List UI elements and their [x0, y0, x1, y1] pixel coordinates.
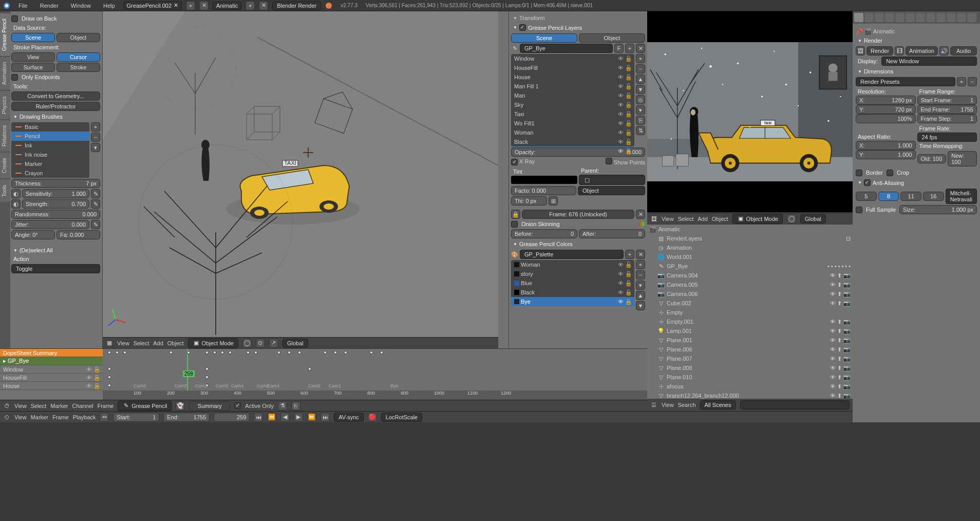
- prop-tab-layers[interactable]: [864, 13, 874, 22]
- render-image-icon[interactable]: 🖼: [856, 46, 865, 55]
- tab-tools[interactable]: Tools: [0, 179, 10, 201]
- brush-crayon[interactable]: Crayon: [11, 169, 89, 178]
- lock-icon[interactable]: 🔓: [625, 55, 631, 62]
- outliner-camera004[interactable]: 📷Camera.004👁⬆📷: [647, 271, 853, 280]
- outliner-renderlayers[interactable]: ▥RenderLayers⊡: [647, 234, 853, 243]
- img-menu-view[interactable]: View: [662, 216, 674, 222]
- layer-black[interactable]: Black👁🔓: [511, 137, 634, 146]
- aa-8[interactable]: 8: [878, 192, 899, 201]
- color-story[interactable]: story👁🔓: [511, 269, 634, 278]
- timeline-editor-icon[interactable]: ⏲: [3, 414, 10, 421]
- img-menu-select[interactable]: Select: [678, 216, 694, 222]
- action-toggle-dropdown[interactable]: Toggle: [11, 264, 100, 273]
- render-icon[interactable]: 📷: [843, 272, 851, 279]
- pin-icon[interactable]: 📌: [856, 28, 863, 35]
- onion-checkbox[interactable]: [511, 221, 518, 228]
- tab-grease-pencil[interactable]: Grease Pencil: [0, 13, 10, 56]
- dope-gp-row[interactable]: ▸ GP_Bye: [0, 357, 103, 365]
- onion-before-field[interactable]: Before:0: [511, 229, 577, 238]
- outliner-filter[interactable]: All Scenes: [700, 400, 736, 410]
- dope-ch-house[interactable]: House👁🔓: [0, 382, 103, 390]
- img-mode-selector[interactable]: ▣Object Mode: [732, 214, 783, 224]
- render-audio-icon[interactable]: 🔊: [939, 46, 949, 55]
- layer-up-button[interactable]: ▲: [636, 75, 645, 84]
- prop-tab-physics[interactable]: [967, 13, 976, 22]
- menu-help[interactable]: Help: [99, 2, 119, 10]
- outliner-empty001[interactable]: ⊹Empty.001👁⬆📷: [647, 317, 853, 326]
- vp-menu-add[interactable]: Add: [153, 340, 163, 346]
- tab-animation[interactable]: Animation: [0, 57, 10, 90]
- placement-view[interactable]: View: [11, 52, 55, 62]
- layout-selector[interactable]: Animatic: [213, 2, 241, 10]
- layer-house[interactable]: House👁🔓: [511, 72, 634, 82]
- outliner-view-menu[interactable]: View: [662, 402, 674, 408]
- tl-frame-menu[interactable]: Frame: [52, 414, 69, 420]
- layer-woman[interactable]: Woman👁🔓: [511, 128, 634, 137]
- dope-ch-window[interactable]: Window👁🔓: [0, 365, 103, 374]
- tl-end-field[interactable]: End:1755: [163, 413, 210, 422]
- gp-source-object[interactable]: Object: [579, 33, 645, 43]
- outliner-search-menu[interactable]: Search: [678, 402, 696, 408]
- marker-cam3[interactable]: Cam3: [134, 383, 146, 388]
- outliner-editor-icon[interactable]: ☰: [650, 401, 657, 408]
- dope-frame-menu[interactable]: Frame: [97, 403, 114, 409]
- outliner-camera006[interactable]: 📷Camera.006👁⬆📷: [647, 289, 853, 299]
- delete-scene-button[interactable]: ✕: [199, 1, 209, 10]
- orientation-selector[interactable]: Global: [282, 339, 308, 348]
- current-frame-label[interactable]: Frame: 676 (Unlocked): [522, 210, 634, 219]
- color-up-button[interactable]: ▲: [636, 291, 645, 300]
- dope-editor-icon[interactable]: ⏱: [3, 402, 10, 410]
- layer-dup-button[interactable]: ⎘: [636, 116, 645, 125]
- sensitivity-pressure-toggle[interactable]: ◐: [11, 189, 21, 198]
- dope-ch-housefill[interactable]: HouseFill👁🔓: [0, 374, 103, 382]
- palette-add-button[interactable]: +: [625, 250, 634, 259]
- 3d-viewport[interactable]: User Persp: [103, 11, 498, 337]
- lock-frame-button[interactable]: 🔒: [511, 210, 520, 219]
- brush-marker[interactable]: Marker: [11, 159, 89, 169]
- thickness-field[interactable]: Thickness:7 px: [11, 179, 100, 188]
- outliner-branch000[interactable]: ▽branch12.264_branch12.000👁⬆📷: [647, 391, 853, 399]
- prop-tab-object[interactable]: [895, 13, 904, 22]
- outliner-plane006[interactable]: ▽Plane.006👁⬆📷: [647, 345, 853, 354]
- marker-cam1[interactable]: Cam1: [329, 383, 341, 388]
- outliner-gpbye[interactable]: ✎GP_Bye•••••••: [647, 262, 853, 271]
- fps-selector[interactable]: 24 fps: [917, 133, 977, 142]
- prop-tab-world[interactable]: [885, 13, 894, 22]
- color-black[interactable]: Black👁🔓: [511, 288, 634, 297]
- dope-filter-icon[interactable]: ⚗: [278, 401, 287, 411]
- outliner-plane001[interactable]: ▽Plane.001👁⬆📷: [647, 336, 853, 345]
- dope-summary-toggle[interactable]: Summary: [189, 401, 230, 411]
- display-selector[interactable]: New Window: [881, 57, 977, 66]
- end-frame-field[interactable]: End Frame:1755: [917, 105, 977, 114]
- thickness-icon[interactable]: ⊞: [549, 196, 558, 206]
- tl-range-icon[interactable]: ⇔: [100, 413, 109, 422]
- marker-cam2c[interactable]: Cam2: [308, 383, 321, 388]
- aa-11[interactable]: 11: [900, 192, 921, 201]
- dope-marker-menu[interactable]: Marker: [50, 403, 68, 409]
- layer-manfill1[interactable]: Man Fill 1👁🔓: [511, 82, 634, 91]
- border-checkbox[interactable]: [856, 170, 862, 176]
- color-woman[interactable]: Woman👁🔓: [511, 260, 634, 269]
- pivot-icon[interactable]: ⊙: [256, 339, 265, 348]
- layer-taxi[interactable]: Taxi👁🔓: [511, 109, 634, 119]
- data-source-scene[interactable]: Scene: [11, 33, 55, 42]
- animation-button[interactable]: Animation: [906, 46, 938, 55]
- vp-menu-select[interactable]: Select: [134, 340, 149, 346]
- frame-step-field[interactable]: Frame Step:1: [917, 114, 977, 123]
- render-anim-icon[interactable]: 🎞: [895, 46, 904, 55]
- marker-cam2[interactable]: Cam2: [175, 383, 187, 388]
- res-x-field[interactable]: X:1280 px: [856, 96, 916, 105]
- eye-icon[interactable]: 👁: [86, 366, 92, 373]
- layer-man[interactable]: Man👁🔓: [511, 91, 634, 100]
- tl-prev-kf-icon[interactable]: ⏪: [267, 413, 276, 422]
- marker-cam4[interactable]: Cam4: [231, 383, 243, 388]
- editor-type-icon[interactable]: ▦: [106, 340, 113, 347]
- outliner-search-input[interactable]: [740, 400, 850, 410]
- color-add-button[interactable]: +: [636, 260, 645, 269]
- layer-add-button[interactable]: +: [636, 54, 645, 63]
- show-points-checkbox[interactable]: [606, 158, 612, 164]
- add-layout-button[interactable]: +: [246, 1, 255, 10]
- randomness-field[interactable]: Randomness:0.000: [11, 210, 100, 219]
- tl-next-kf-icon[interactable]: ⏩: [307, 413, 316, 422]
- tl-keying-set[interactable]: LocRotScale: [381, 413, 422, 422]
